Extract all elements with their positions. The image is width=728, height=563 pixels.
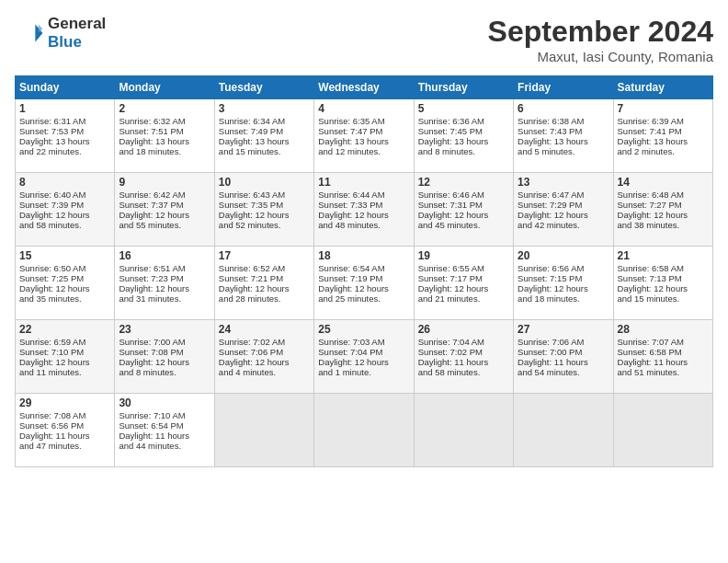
table-row: [314, 394, 414, 467]
table-row: 25Sunrise: 7:03 AMSunset: 7:04 PMDayligh…: [314, 320, 414, 394]
table-row: 9Sunrise: 6:42 AMSunset: 7:37 PMDaylight…: [115, 173, 214, 247]
table-row: [613, 394, 712, 467]
title-block: September 2024 Maxut, Iasi County, Roman…: [488, 15, 713, 64]
table-row: 28Sunrise: 7:07 AMSunset: 6:58 PMDayligh…: [613, 320, 712, 394]
table-row: [214, 394, 313, 467]
table-row: 19Sunrise: 6:55 AMSunset: 7:17 PMDayligh…: [414, 247, 513, 320]
col-saturday: Saturday: [613, 76, 712, 99]
calendar-header-row: Sunday Monday Tuesday Wednesday Thursday…: [16, 76, 713, 99]
location: Maxut, Iasi County, Romania: [488, 49, 713, 64]
table-row: 30Sunrise: 7:10 AMSunset: 6:54 PMDayligh…: [115, 394, 214, 467]
table-row: 1Sunrise: 6:31 AMSunset: 7:53 PMDaylight…: [16, 99, 115, 173]
table-row: 29Sunrise: 7:08 AMSunset: 6:56 PMDayligh…: [16, 394, 115, 467]
table-row: 2Sunrise: 6:32 AMSunset: 7:51 PMDaylight…: [115, 99, 214, 173]
table-row: 18Sunrise: 6:54 AMSunset: 7:19 PMDayligh…: [314, 247, 414, 320]
table-row: 5Sunrise: 6:36 AMSunset: 7:45 PMDaylight…: [414, 99, 513, 173]
header: General Blue September 2024 Maxut, Iasi …: [15, 15, 713, 64]
table-row: 24Sunrise: 7:02 AMSunset: 7:06 PMDayligh…: [214, 320, 313, 394]
table-row: 26Sunrise: 7:04 AMSunset: 7:02 PMDayligh…: [414, 320, 513, 394]
logo: General Blue: [15, 15, 106, 52]
page-container: General Blue September 2024 Maxut, Iasi …: [0, 0, 728, 475]
table-row: [414, 394, 513, 467]
table-row: 17Sunrise: 6:52 AMSunset: 7:21 PMDayligh…: [214, 247, 313, 320]
table-row: 27Sunrise: 7:06 AMSunset: 7:00 PMDayligh…: [514, 320, 613, 394]
table-row: 16Sunrise: 6:51 AMSunset: 7:23 PMDayligh…: [115, 247, 214, 320]
table-row: 10Sunrise: 6:43 AMSunset: 7:35 PMDayligh…: [214, 173, 313, 247]
col-thursday: Thursday: [414, 76, 513, 99]
calendar-table: Sunday Monday Tuesday Wednesday Thursday…: [15, 75, 713, 467]
logo-icon: [15, 18, 44, 48]
table-row: 7Sunrise: 6:39 AMSunset: 7:41 PMDaylight…: [613, 99, 712, 173]
table-row: 3Sunrise: 6:34 AMSunset: 7:49 PMDaylight…: [214, 99, 313, 173]
table-row: 6Sunrise: 6:38 AMSunset: 7:43 PMDaylight…: [514, 99, 613, 173]
table-row: 11Sunrise: 6:44 AMSunset: 7:33 PMDayligh…: [314, 173, 414, 247]
table-row: 14Sunrise: 6:48 AMSunset: 7:27 PMDayligh…: [613, 173, 712, 247]
table-row: [514, 394, 613, 467]
table-row: 8Sunrise: 6:40 AMSunset: 7:39 PMDaylight…: [16, 173, 115, 247]
table-row: 4Sunrise: 6:35 AMSunset: 7:47 PMDaylight…: [314, 99, 414, 173]
table-row: 22Sunrise: 6:59 AMSunset: 7:10 PMDayligh…: [16, 320, 115, 394]
col-monday: Monday: [115, 76, 214, 99]
table-row: 13Sunrise: 6:47 AMSunset: 7:29 PMDayligh…: [514, 173, 613, 247]
col-sunday: Sunday: [16, 76, 115, 99]
col-tuesday: Tuesday: [214, 76, 313, 99]
table-row: 23Sunrise: 7:00 AMSunset: 7:08 PMDayligh…: [115, 320, 214, 394]
table-row: 12Sunrise: 6:46 AMSunset: 7:31 PMDayligh…: [414, 173, 513, 247]
table-row: 15Sunrise: 6:50 AMSunset: 7:25 PMDayligh…: [16, 247, 115, 320]
table-row: 20Sunrise: 6:56 AMSunset: 7:15 PMDayligh…: [514, 247, 613, 320]
table-row: 21Sunrise: 6:58 AMSunset: 7:13 PMDayligh…: [613, 247, 712, 320]
logo-text: General Blue: [48, 15, 106, 52]
month-title: September 2024: [488, 15, 713, 49]
col-friday: Friday: [514, 76, 613, 99]
col-wednesday: Wednesday: [314, 76, 414, 99]
